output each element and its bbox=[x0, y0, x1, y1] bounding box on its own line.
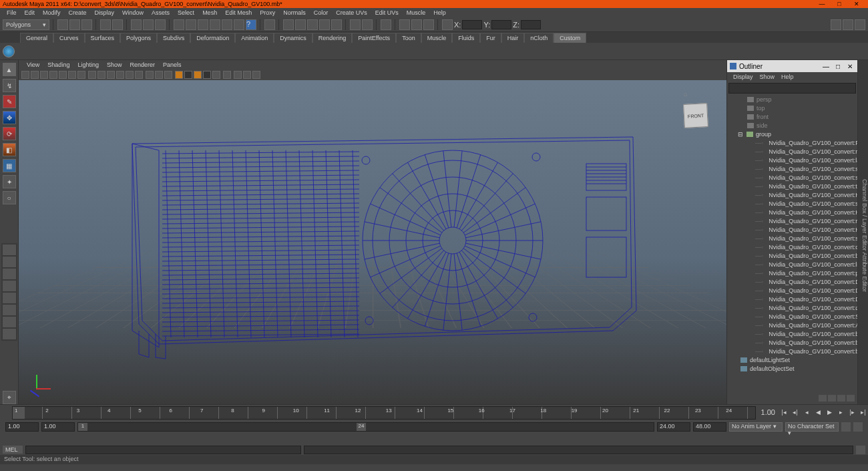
render-settings-icon[interactable] bbox=[295, 19, 306, 30]
shelf-tab-custom[interactable]: Custom bbox=[554, 33, 586, 43]
range-end-out-field[interactable]: 24.00 bbox=[657, 422, 690, 432]
tool-a-icon[interactable] bbox=[411, 19, 422, 30]
ipr-icon[interactable] bbox=[283, 19, 294, 30]
viewport[interactable]: ⌂ FRONT bbox=[19, 80, 726, 404]
outliner-camera-top[interactable]: top bbox=[727, 104, 857, 112]
shelf-tab-general[interactable]: General bbox=[20, 33, 53, 43]
character-set-dropdown[interactable]: No Character Set ▾ bbox=[785, 422, 839, 432]
z-input[interactable] bbox=[521, 20, 541, 29]
vp-shaded-icon[interactable] bbox=[97, 71, 105, 79]
vp-film-gate-icon[interactable] bbox=[77, 71, 85, 79]
menu-modify[interactable]: Modify bbox=[39, 9, 65, 16]
three-pane-layout[interactable] bbox=[3, 293, 16, 303]
outliner-mesh-10[interactable]: —◦Nvidia_Quadro_GV100_convert:Hea bbox=[727, 225, 857, 234]
move-tool[interactable]: ✥ bbox=[3, 111, 16, 124]
menu-assets[interactable]: Assets bbox=[148, 9, 174, 16]
menu-mesh[interactable]: Mesh bbox=[198, 9, 221, 16]
menu-normals[interactable]: Normals bbox=[279, 9, 310, 16]
outliner-mesh-11[interactable]: —◦Nvidia_Quadro_GV100_convert:sph bbox=[727, 234, 857, 243]
input-connections-icon[interactable] bbox=[362, 19, 373, 30]
outliner-btn-a[interactable] bbox=[819, 395, 827, 402]
goto-end-icon[interactable]: ▸| bbox=[859, 408, 868, 417]
outliner-menu-help[interactable]: Help bbox=[778, 73, 797, 80]
vp-light-all-icon[interactable] bbox=[194, 71, 202, 79]
viewcube[interactable]: ⌂ FRONT bbox=[681, 94, 714, 134]
vp-high-quality-icon[interactable] bbox=[175, 71, 183, 79]
hypershade-persp-layout[interactable] bbox=[3, 317, 16, 327]
script-editor-icon[interactable] bbox=[856, 446, 865, 454]
vp-menu-renderer[interactable]: Renderer bbox=[126, 61, 159, 68]
module-selector[interactable]: Polygons▾ bbox=[3, 19, 49, 30]
step-back-key-icon[interactable]: ◂| bbox=[791, 408, 800, 417]
step-forward-icon[interactable]: ▸ bbox=[836, 408, 845, 417]
rotate-tool[interactable]: ⟳ bbox=[3, 127, 16, 140]
save-scene-icon[interactable] bbox=[81, 19, 92, 30]
vp-bookmark-icon[interactable] bbox=[31, 71, 39, 79]
snap-view-icon[interactable] bbox=[234, 19, 244, 30]
step-forward-key-icon[interactable]: |▸ bbox=[847, 408, 857, 417]
vp-renderer-icon[interactable] bbox=[223, 71, 231, 79]
close-button[interactable]: ✕ bbox=[848, 0, 865, 8]
construction-history-icon[interactable] bbox=[350, 19, 361, 30]
tool-b-icon[interactable] bbox=[423, 19, 434, 30]
outliner-mesh-22[interactable]: —◦Nvidia_Quadro_GV100_convert:bla bbox=[727, 329, 857, 338]
menu-window[interactable]: Window bbox=[118, 9, 148, 16]
shelf-tab-curves[interactable]: Curves bbox=[53, 33, 85, 43]
soft-mod-tool[interactable]: ✦ bbox=[3, 175, 16, 188]
outliner-minimize[interactable]: — bbox=[821, 63, 831, 70]
graph-persp-layout[interactable] bbox=[3, 329, 16, 339]
shelf-tab-deformation[interactable]: Deformation bbox=[190, 33, 235, 43]
shelf-tab-subdivs[interactable]: Subdivs bbox=[157, 33, 190, 43]
hypershade-icon[interactable] bbox=[307, 19, 318, 30]
menu-create[interactable]: Create bbox=[65, 9, 91, 16]
select-tool[interactable]: ▲ bbox=[3, 63, 16, 76]
vp-xray-icon[interactable] bbox=[155, 71, 163, 79]
shelf-tab-painteffects[interactable]: PaintEffects bbox=[352, 33, 396, 43]
lasso-tool[interactable]: ↯ bbox=[3, 79, 16, 92]
outliner-mesh-23[interactable]: —◦Nvidia_Quadro_GV100_convert:bla bbox=[727, 338, 857, 347]
anim-layer-dropdown[interactable]: No Anim Layer ▾ bbox=[729, 422, 783, 432]
outliner-mesh-24[interactable]: —◦Nvidia_Quadro_GV100_convert:bra bbox=[727, 347, 857, 355]
outliner-mesh-21[interactable]: —◦Nvidia_Quadro_GV100_convert:ATI bbox=[727, 321, 857, 329]
menu-display[interactable]: Display bbox=[91, 9, 119, 16]
outliner-camera-front[interactable]: front bbox=[727, 112, 857, 121]
range-track[interactable]: 1 24 bbox=[77, 422, 654, 432]
outliner-mesh-19[interactable]: —◦Nvidia_Quadro_GV100_convert:dec bbox=[727, 303, 857, 312]
shelf-tab-fluids[interactable]: Fluids bbox=[452, 33, 480, 43]
vp-menu-show[interactable]: Show bbox=[103, 61, 126, 68]
outliner-mesh-14[interactable]: —◦Nvidia_Quadro_GV100_convert:ligh bbox=[727, 260, 857, 269]
open-scene-icon[interactable] bbox=[69, 19, 80, 30]
shelf-tab-hair[interactable]: Hair bbox=[501, 33, 525, 43]
shelf-tab-fur[interactable]: Fur bbox=[480, 33, 501, 43]
outliner-menu-display[interactable]: Display bbox=[730, 73, 756, 80]
range-handle-start[interactable]: 1 bbox=[78, 423, 87, 431]
shelf-tab-surfaces[interactable]: Surfaces bbox=[85, 33, 121, 43]
help-icon[interactable]: ? bbox=[246, 19, 256, 30]
outliner-mesh-4[interactable]: —◦Nvidia_Quadro_GV100_convert:scr bbox=[727, 173, 857, 182]
outliner-mesh-16[interactable]: —◦Nvidia_Quadro_GV100_convert:Dal bbox=[727, 277, 857, 286]
outliner-btn-b[interactable] bbox=[828, 395, 836, 402]
current-frame-field[interactable]: 1.00 bbox=[761, 408, 775, 416]
paint-select-tool[interactable]: ✎ bbox=[3, 95, 16, 108]
shelf-tab-ncloth[interactable]: nCloth bbox=[524, 33, 554, 43]
channelbox-toggle-icon[interactable] bbox=[843, 19, 853, 30]
vp-menu-view[interactable]: View bbox=[23, 61, 43, 68]
x-input[interactable] bbox=[462, 20, 482, 29]
outliner-search[interactable] bbox=[728, 83, 856, 94]
outliner-mesh-1[interactable]: —◦Nvidia_Quadro_GV100_convert:nut bbox=[727, 147, 857, 156]
last-tool[interactable]: ⌖ bbox=[3, 391, 16, 404]
outliner-mesh-2[interactable]: —◦Nvidia_Quadro_GV100_convert:latt bbox=[727, 156, 857, 164]
play-forward-icon[interactable]: ▶ bbox=[825, 408, 834, 417]
vp-menu-shading[interactable]: Shading bbox=[43, 61, 73, 68]
menu-muscle[interactable]: Muscle bbox=[403, 9, 430, 16]
vp-textured-icon[interactable] bbox=[116, 71, 124, 79]
show-manip-tool[interactable]: ○ bbox=[3, 191, 16, 204]
shelf-tab-polygons[interactable]: Polygons bbox=[120, 33, 157, 43]
select-object-icon[interactable] bbox=[143, 19, 154, 30]
prefs-icon[interactable] bbox=[853, 422, 863, 432]
single-pane-layout[interactable] bbox=[3, 245, 16, 255]
outliner-camera-side[interactable]: side bbox=[727, 121, 857, 130]
outliner-mesh-15[interactable]: —◦Nvidia_Quadro_GV100_convert:pay bbox=[727, 269, 857, 277]
snap-point-icon[interactable] bbox=[198, 19, 208, 30]
outliner-mesh-20[interactable]: —◦Nvidia_Quadro_GV100_convert:SN bbox=[727, 312, 857, 321]
